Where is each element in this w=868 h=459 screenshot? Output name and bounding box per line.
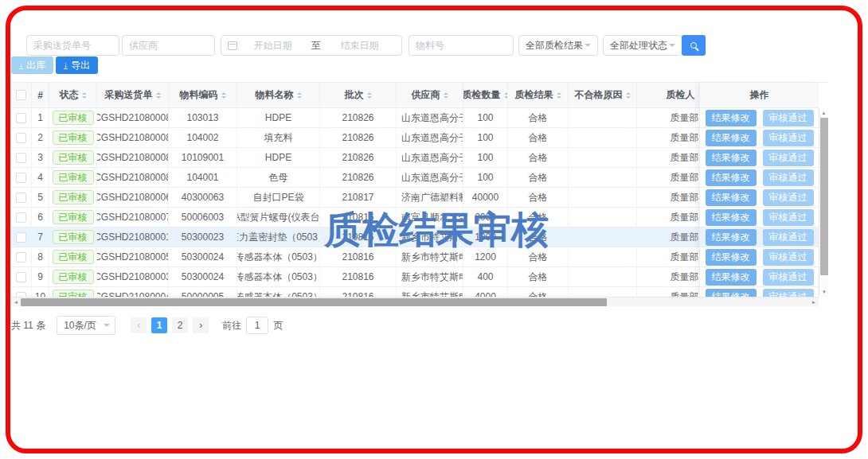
- sort-asc-icon[interactable]: [156, 90, 161, 95]
- supplier-input[interactable]: [122, 35, 215, 56]
- cell-code: 10109001: [169, 148, 237, 167]
- export-button[interactable]: ↓ 导出: [56, 56, 98, 74]
- result-modify-button[interactable]: 结果修改: [706, 169, 757, 186]
- table-row[interactable]: 10已审核CGSHD2108000450000005传感器本体（0503）210…: [11, 287, 733, 297]
- sort-desc-icon[interactable]: [221, 96, 226, 101]
- approve-button[interactable]: 审核通过: [763, 110, 814, 126]
- row-checkbox[interactable]: [16, 173, 26, 183]
- sort-desc-icon[interactable]: [82, 96, 87, 101]
- header-cell-idx: #: [32, 83, 49, 107]
- sort-desc-icon[interactable]: [557, 96, 561, 101]
- horizontal-scroll-thumb[interactable]: [21, 298, 607, 306]
- sort-icon[interactable]: [367, 90, 372, 101]
- row-checkbox[interactable]: [16, 153, 26, 163]
- cell-status: 已审核: [49, 148, 97, 167]
- sort-icon[interactable]: [626, 90, 631, 101]
- cell-name: 压力盖密封垫（0503）: [237, 228, 320, 247]
- status-badge: 已审核: [53, 111, 94, 125]
- sort-asc-icon[interactable]: [444, 90, 448, 95]
- result-modify-button[interactable]: 结果修改: [706, 269, 757, 286]
- approve-button[interactable]: 审核通过: [763, 249, 814, 266]
- search-button[interactable]: [682, 35, 706, 56]
- row-checkbox[interactable]: [16, 212, 26, 223]
- result-modify-button[interactable]: 结果修改: [706, 189, 757, 206]
- select-all-checkbox[interactable]: [16, 90, 26, 100]
- sort-icon[interactable]: [82, 90, 87, 101]
- result-modify-button[interactable]: 结果修改: [706, 150, 757, 166]
- delivery-no-input[interactable]: [26, 35, 119, 56]
- table-row[interactable]: 2已审核CGSHD21080008104002填充料210826山东道恩高分子.…: [11, 128, 733, 148]
- sort-desc-icon[interactable]: [444, 96, 448, 101]
- sort-asc-icon[interactable]: [221, 90, 226, 95]
- prev-page-button[interactable]: ‹: [131, 317, 147, 333]
- row-checkbox[interactable]: [16, 272, 26, 282]
- scroll-left-icon[interactable]: ◄: [11, 298, 21, 307]
- horizontal-scrollbar[interactable]: ◄ ►: [11, 297, 819, 306]
- date-end-placeholder[interactable]: 结束日期: [324, 39, 395, 53]
- scroll-right-icon[interactable]: ►: [809, 298, 819, 307]
- scroll-down-icon[interactable]: ▼: [819, 287, 829, 297]
- page-button-2[interactable]: 2: [172, 317, 188, 333]
- table-row[interactable]: 4已审核CGSHD21080008104001色母210826山东道恩高分子..…: [11, 168, 733, 188]
- approve-button[interactable]: 审核通过: [763, 150, 814, 166]
- sort-icon[interactable]: [297, 90, 302, 101]
- approve-button[interactable]: 审核通过: [763, 289, 814, 298]
- date-start-placeholder[interactable]: 开始日期: [237, 39, 308, 53]
- cell-status: 已审核: [49, 228, 97, 247]
- cell-code: 50300024: [169, 267, 237, 286]
- result-modify-button[interactable]: 结果修改: [706, 110, 757, 126]
- material-no-input[interactable]: [409, 35, 514, 56]
- sort-icon[interactable]: [156, 90, 161, 101]
- result-modify-button[interactable]: 结果修改: [706, 209, 757, 226]
- cell-order: CGSHD21080008: [97, 108, 169, 127]
- scroll-up-icon[interactable]: ▲: [819, 108, 828, 118]
- next-page-button[interactable]: ›: [193, 317, 209, 333]
- row-checkbox[interactable]: [16, 252, 26, 263]
- sort-desc-icon[interactable]: [367, 96, 372, 101]
- outbound-button[interactable]: ↓ 出库: [11, 56, 53, 74]
- cell-name: 传感器本体（0503）: [237, 287, 320, 297]
- sort-icon[interactable]: [221, 90, 226, 101]
- vertical-scrollbar[interactable]: ▲ ▼: [819, 108, 828, 297]
- header-label: 物料名称: [256, 88, 294, 102]
- approve-button[interactable]: 审核通过: [763, 209, 814, 226]
- sort-desc-icon[interactable]: [297, 96, 302, 101]
- approve-button[interactable]: 审核通过: [763, 169, 814, 186]
- result-modify-button[interactable]: 结果修改: [706, 130, 757, 146]
- row-checkbox[interactable]: [16, 133, 26, 143]
- result-modify-button[interactable]: 结果修改: [706, 229, 757, 246]
- table-row[interactable]: 1已审核CGSHD21080008103013HDPE210826山东道恩高分子…: [11, 108, 733, 128]
- table-row[interactable]: 9已审核CGSHD2108000350300024传感器本体（0503）2108…: [11, 267, 733, 287]
- sort-icon[interactable]: [557, 90, 561, 101]
- approve-button[interactable]: 审核通过: [763, 269, 814, 286]
- page-size-select[interactable]: 10条/页: [57, 316, 115, 335]
- approve-button[interactable]: 审核通过: [763, 229, 814, 246]
- sort-asc-icon[interactable]: [82, 90, 87, 95]
- sort-asc-icon[interactable]: [557, 90, 561, 95]
- sort-asc-icon[interactable]: [367, 90, 372, 95]
- chevron-down-icon: [585, 44, 591, 50]
- goto-page-input[interactable]: [246, 317, 268, 334]
- approve-button[interactable]: 审核通过: [763, 189, 814, 206]
- approve-button[interactable]: 审核通过: [763, 130, 814, 146]
- date-range-picker[interactable]: 开始日期 至 结束日期: [221, 35, 402, 56]
- sort-desc-icon[interactable]: [156, 96, 161, 101]
- row-checkbox[interactable]: [16, 113, 26, 123]
- status-filter-select[interactable]: 全部处理状态: [603, 35, 682, 56]
- row-checkbox-cell: [11, 228, 32, 247]
- sort-asc-icon[interactable]: [297, 90, 302, 95]
- row-checkbox[interactable]: [16, 232, 26, 243]
- page-button-1[interactable]: 1: [151, 317, 167, 333]
- result-modify-button[interactable]: 结果修改: [706, 289, 757, 298]
- select-all-header-cell: [11, 83, 32, 107]
- sort-icon[interactable]: [444, 90, 448, 101]
- cell-result: 合格: [508, 148, 569, 167]
- table-row[interactable]: 3已审核CGSHD2108000810109001HDPE210826山东道恩高…: [11, 148, 733, 168]
- cell-code: 50300023: [169, 228, 237, 247]
- row-checkbox[interactable]: [16, 193, 26, 203]
- sort-asc-icon[interactable]: [626, 90, 631, 95]
- sort-desc-icon[interactable]: [626, 96, 631, 101]
- result-filter-select[interactable]: 全部质检结果: [518, 35, 598, 56]
- vertical-scroll-thumb[interactable]: [820, 118, 828, 275]
- result-modify-button[interactable]: 结果修改: [706, 249, 757, 266]
